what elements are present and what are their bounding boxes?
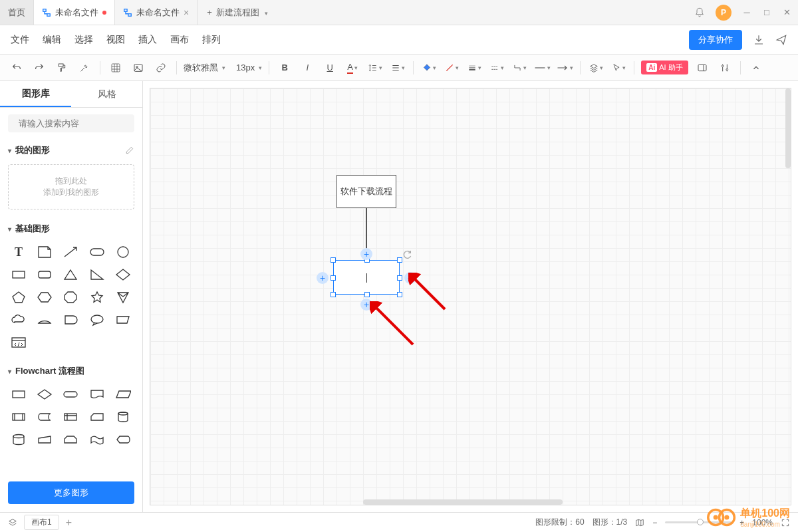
settings-button[interactable] [716,59,733,76]
italic-button[interactable]: I [299,59,316,76]
menu-edit[interactable]: 编辑 [43,34,61,46]
close-button[interactable]: ✕ [782,8,791,17]
canvas[interactable]: 软件下载流程 + + + + [150,88,791,505]
add-connection-top[interactable]: + [360,248,372,260]
shape-card[interactable] [86,408,108,426]
image-button[interactable] [130,59,147,76]
avatar[interactable]: P [716,5,732,21]
ai-assistant-button[interactable]: AiAI 助手 [641,61,688,74]
menu-file[interactable]: 文件 [11,34,29,46]
menu-select[interactable]: 选择 [74,34,93,46]
tab-doc-1[interactable]: 未命名文件 [34,0,115,25]
grid-button[interactable] [107,59,124,76]
shape-star[interactable] [86,288,108,307]
shape-tape[interactable] [86,430,108,449]
redo-button[interactable] [31,59,48,76]
shape-terminator[interactable] [60,385,81,404]
shape-arrow[interactable] [60,243,81,261]
menu-view[interactable]: 视图 [106,34,125,46]
shape-note[interactable] [34,243,55,261]
line-weight-button[interactable] [466,59,483,76]
line-end-button[interactable] [556,59,573,76]
shape-drop[interactable] [60,311,81,329]
shape-cloud[interactable] [8,311,29,329]
underline-button[interactable]: U [321,59,338,76]
shape-right-triangle[interactable] [86,265,108,284]
shape-internal[interactable] [60,408,81,426]
resize-handle-w[interactable] [331,275,336,281]
menu-insert[interactable]: 插入 [138,34,157,46]
eyedropper-button[interactable] [76,59,93,76]
shape-text[interactable]: T [8,243,29,261]
shape-manual-input[interactable] [34,430,55,449]
layers-button[interactable] [587,59,604,76]
shape-hexagon[interactable] [34,288,55,307]
add-connection-left[interactable]: + [317,272,329,284]
resize-handle-nw[interactable] [331,257,336,263]
zoom-thumb[interactable] [697,519,704,525]
shape-shield[interactable] [112,288,134,307]
line-start-button[interactable] [533,59,551,76]
shape-cylinder[interactable] [8,430,29,449]
shape-triangle[interactable] [60,265,81,284]
page-tab[interactable]: 画布1 [24,515,59,530]
resize-handle-sw[interactable] [331,292,336,297]
resize-handle-s[interactable] [364,292,370,297]
flowchart-node-1[interactable]: 软件下载流程 [336,175,396,208]
panel-toggle-button[interactable] [694,59,711,76]
rotate-handle[interactable] [402,249,412,260]
shape-roundrect[interactable] [86,243,108,261]
line-style-button[interactable] [488,59,505,76]
search-box[interactable] [8,114,134,132]
more-shapes-button[interactable]: 更多图形 [8,481,134,504]
edit-icon[interactable] [125,146,134,155]
resize-handle-e[interactable] [397,275,402,281]
layers-icon[interactable] [8,518,17,527]
shape-rect[interactable] [8,265,29,284]
cursor-mode-button[interactable] [610,59,627,76]
shape-html[interactable] [8,333,29,352]
shape-document[interactable] [86,385,108,404]
font-family-select[interactable]: 微软雅黑 [184,62,225,74]
section-header[interactable]: ▾ Flowchart 流程图 [8,360,134,382]
undo-button[interactable] [8,59,25,76]
tab-doc-2[interactable]: 未命名文件 × [115,0,198,25]
sidebar-tab-shapes[interactable]: 图形库 [0,81,71,107]
menu-canvas[interactable]: 画布 [170,34,189,46]
shape-loop-limit[interactable] [60,430,81,449]
shape-trapezoid2[interactable] [112,311,134,329]
shape-circle[interactable] [112,243,134,261]
shape-stored-data[interactable] [34,408,55,426]
format-painter-button[interactable] [53,59,70,76]
add-page-button[interactable]: + [66,517,72,529]
shape-process[interactable] [8,385,29,404]
zoom-out-button[interactable]: − [652,518,657,527]
sidebar-tab-style[interactable]: 风格 [71,81,142,107]
shape-arc[interactable] [34,311,55,329]
new-tab-button[interactable]: + 新建流程图 [198,7,277,19]
minimize-button[interactable]: ─ [742,8,751,17]
scrollbar-horizontal[interactable] [363,499,563,505]
shape-decision[interactable] [34,385,55,404]
collapse-up-button[interactable] [747,59,765,76]
shape-data[interactable] [112,385,134,404]
shape-display[interactable] [112,430,134,449]
resize-handle-se[interactable] [397,292,402,297]
line-height-button[interactable] [366,59,384,76]
stroke-color-button[interactable] [443,59,460,76]
canvas-area[interactable]: 软件下载流程 + + + + [143,81,798,512]
map-icon[interactable] [635,518,644,527]
section-header[interactable]: ▾ 基础图形 [8,217,134,240]
font-size-select[interactable]: 13px [236,63,262,72]
link-button[interactable] [152,59,170,76]
search-input[interactable] [19,118,130,128]
shape-database[interactable] [112,408,134,426]
shape-predefined[interactable] [8,408,29,426]
bold-button[interactable]: B [276,59,293,76]
shape-pentagon[interactable] [8,288,29,307]
fill-color-button[interactable] [420,59,438,76]
shape-roundrect2[interactable] [34,265,55,284]
close-icon[interactable]: × [184,7,189,18]
section-header[interactable]: ▾ 我的图形 [8,139,134,162]
shape-speech[interactable] [86,311,108,329]
